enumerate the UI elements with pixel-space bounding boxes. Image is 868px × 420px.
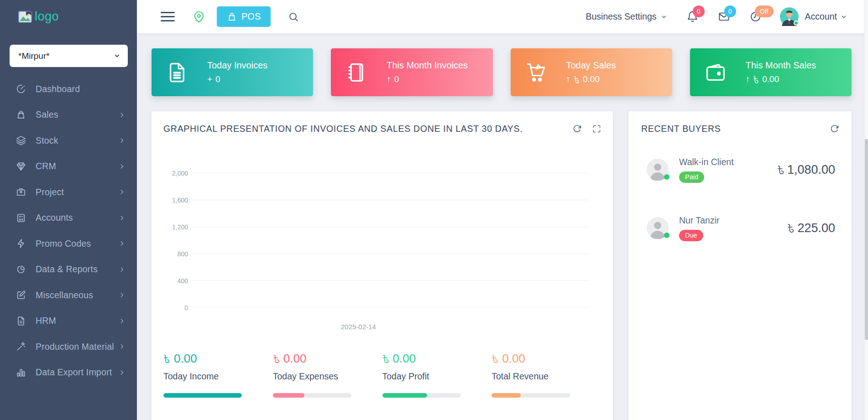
sidebar-item-crm[interactable]: CRM	[0, 154, 137, 180]
y-axis-tick: 400	[163, 277, 188, 285]
online-status-dot	[664, 233, 669, 238]
sidebar-item-label: CRM	[36, 161, 56, 171]
card-month-invoices: This Month Invoices ↑0	[331, 48, 492, 96]
card-value: ↑0	[387, 74, 468, 84]
y-axis-tick: 1,200	[163, 223, 188, 231]
page-scrollbar[interactable]	[864, 0, 868, 420]
refresh-icon[interactable]	[830, 124, 839, 133]
sidebar-item-label: Accounts	[36, 213, 73, 223]
card-today-sales: Today Sales ↑ 0.00	[511, 48, 672, 96]
stat-value: 0.00	[163, 352, 273, 366]
sidebar-item-project[interactable]: Project	[0, 179, 137, 205]
stat-label: Today Expenses	[273, 371, 382, 382]
card-month-sales: This Month Sales ↑ 0.00	[690, 48, 852, 96]
sidebar-item-accounts[interactable]: Accounts	[0, 205, 137, 231]
sidebar-item-promo-codes[interactable]: Promo Codes	[0, 231, 137, 257]
attendance-badge: Off	[755, 5, 773, 17]
chevron-right-icon	[119, 112, 125, 118]
miscellaneous-icon	[16, 290, 26, 301]
pos-button[interactable]: POS	[217, 6, 271, 27]
taka-icon	[273, 354, 280, 364]
buyer-list-item[interactable]: Walk-in Client Paid 1,080.00	[641, 147, 839, 192]
chevron-right-icon	[119, 137, 125, 144]
card-today-invoices: Today Invoices +0	[152, 48, 313, 96]
buyer-list-item[interactable]: Nur Tanzir Due 225.00	[641, 205, 839, 251]
stat-value: 0.00	[273, 352, 382, 366]
buyer-avatar	[647, 159, 669, 181]
chevron-down-icon	[841, 14, 847, 20]
main-content: Today Invoices +0 This Month Invoices ↑0	[137, 33, 868, 420]
stat-value: 0.00	[492, 352, 601, 366]
sidebar-item-label: HRM	[36, 316, 56, 326]
stat-value: 0.00	[382, 352, 492, 366]
attendance-button[interactable]: Off	[749, 10, 762, 23]
branch-selector[interactable]: *Mirpur*	[10, 45, 128, 67]
search-icon[interactable]	[288, 11, 299, 22]
online-status-dot	[664, 174, 669, 180]
sidebar-item-label: Stock	[36, 135, 58, 146]
logo[interactable]: logo	[0, 0, 137, 33]
card-value: ↑ 0.00	[566, 74, 616, 84]
sales-icon	[16, 109, 26, 120]
chevron-right-icon	[119, 266, 125, 273]
logo-image-icon	[18, 11, 32, 23]
sidebar-item-label: Miscellaneous	[36, 290, 93, 301]
y-axis-tick: 2,000	[163, 170, 188, 177]
sidebar-item-miscellaneous[interactable]: Miscellaneous	[0, 282, 137, 308]
progress-bar	[163, 393, 242, 398]
x-axis-label: 2025-02-14	[341, 323, 601, 331]
data-reports-icon	[16, 264, 26, 275]
avatar	[780, 7, 799, 26]
sidebar-item-label: Production Material	[36, 342, 114, 352]
sidebar-item-sales[interactable]: Sales	[0, 102, 137, 128]
chart-panel: GRAPHICAL PRESENTATION OF INVOICES AND S…	[152, 111, 613, 420]
status-badge: Paid	[679, 171, 704, 183]
business-settings-menu[interactable]: Business Settings	[586, 11, 667, 22]
logo-text: logo	[35, 10, 59, 24]
stat-label: Today Profit	[382, 371, 492, 382]
sidebar-item-data-reports[interactable]: Data & Reports	[0, 257, 137, 283]
taka-icon	[753, 75, 759, 84]
fullscreen-icon[interactable]	[592, 124, 601, 133]
progress-bar	[492, 393, 570, 398]
messages-button[interactable]: 0	[718, 10, 730, 23]
wallet-icon	[704, 61, 727, 84]
buyer-name: Nur Tanzir	[679, 215, 720, 226]
progress-bar	[382, 393, 461, 398]
sidebar-item-dashboard[interactable]: Dashboard	[0, 76, 137, 102]
taka-icon	[492, 354, 498, 364]
stat-today-profit: 0.00 Today Profit	[382, 352, 492, 398]
buyer-avatar	[647, 217, 669, 239]
card-value: ↑ 0.00	[746, 74, 816, 84]
taka-icon	[787, 223, 795, 233]
stat-today-income: 0.00 Today Income	[163, 352, 273, 398]
y-axis-tick: 1,600	[163, 197, 188, 204]
sidebar-item-label: Dashboard	[36, 84, 80, 94]
menu-toggle-icon[interactable]	[161, 9, 175, 24]
chevron-right-icon	[119, 343, 125, 350]
promo-codes-icon	[16, 238, 26, 249]
stat-label: Total Revenue	[492, 371, 601, 382]
account-menu[interactable]: Account	[780, 7, 847, 26]
today-stats-row: 0.00 Today Income 0.00 Today Expenses	[163, 352, 601, 398]
sidebar-item-data-export-import[interactable]: Data Export Import	[0, 360, 137, 386]
chevron-right-icon	[119, 318, 125, 324]
scrollbar-thumb[interactable]	[865, 139, 868, 340]
location-pin-icon[interactable]	[193, 11, 205, 23]
buyer-amount: 1,080.00	[777, 163, 835, 177]
sidebar-item-hrm[interactable]: HRM	[0, 308, 137, 334]
chevron-right-icon	[119, 292, 125, 298]
stat-total-revenue: 0.00 Total Revenue	[492, 352, 601, 398]
refresh-icon[interactable]	[573, 124, 581, 133]
sidebar-item-stock[interactable]: Stock	[0, 128, 137, 154]
sidebar-item-label: Data Export Import	[36, 367, 112, 378]
status-badge: Due	[679, 230, 703, 241]
chevron-right-icon	[119, 189, 125, 195]
branch-select-input[interactable]: *Mirpur*	[10, 45, 128, 67]
sidebar-item-production-material[interactable]: Production Material	[0, 334, 137, 360]
taka-icon	[574, 75, 580, 84]
notifications-button[interactable]: 0	[686, 10, 699, 23]
messages-badge: 0	[724, 5, 736, 17]
summary-cards-row: Today Invoices +0 This Month Invoices ↑0	[152, 48, 852, 96]
card-value: +0	[207, 74, 267, 84]
